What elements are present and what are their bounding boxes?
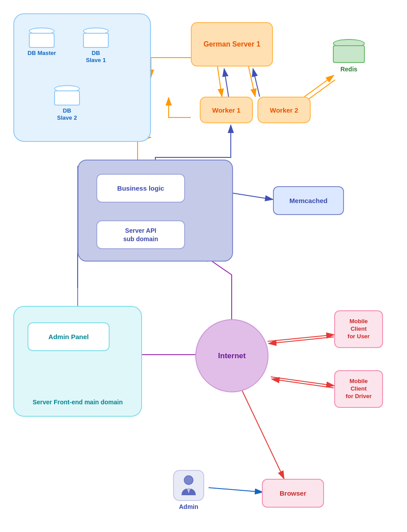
biz-logic-container: Business logic Server APIsub domain [78, 160, 233, 262]
redis-label: Redis [340, 66, 357, 73]
frontend-label: Server Front-end main domain [14, 398, 141, 407]
svg-line-19 [242, 390, 284, 479]
svg-line-10 [253, 69, 260, 97]
biz-logic-box: Business logic [96, 174, 185, 203]
biz-logic-label: Business logic [117, 184, 164, 192]
admin-person: Admin [169, 470, 209, 510]
db-slave2-node: DBSlave 2 [54, 85, 80, 121]
mobile-user-box: MobileClientfor User [334, 310, 383, 348]
svg-point-20 [184, 476, 193, 485]
admin-panel-box: Admin Panel [28, 322, 110, 351]
worker1-box: Worker 1 [200, 97, 253, 123]
frontend-container: Admin Panel Server Front-end main domain [13, 306, 142, 417]
memcached-box: Memcached [273, 186, 344, 215]
german-server-label: German Server 1 [203, 40, 260, 48]
diagram-container: DB Master DBSlave 1 DBSlave 2 German Ser… [0, 0, 407, 532]
admin-icon [173, 470, 204, 501]
memcached-label: Memcached [289, 197, 328, 204]
redis-node: Redis [333, 39, 365, 73]
server-api-label: Server APIsub domain [123, 227, 158, 243]
worker2-label: Worker 2 [270, 106, 298, 114]
admin-panel-label: Admin Panel [48, 333, 89, 340]
db-slave1-node: DBSlave 1 [83, 27, 109, 63]
svg-line-9 [224, 69, 229, 97]
german-server-box: German Server 1 [191, 22, 273, 66]
db-slave1-label: DBSlave 1 [86, 50, 106, 63]
server-api-box: Server APIsub domain [96, 220, 185, 249]
svg-line-14 [268, 335, 334, 341]
svg-line-16 [269, 337, 334, 344]
svg-line-15 [271, 377, 334, 386]
db-master-node: DB Master [28, 27, 56, 57]
browser-label: Browser [280, 489, 306, 497]
internet-label: Internet [218, 352, 245, 360]
svg-line-17 [272, 379, 334, 388]
db-master-label: DB Master [28, 50, 56, 57]
mobile-driver-box: MobileClientfor Driver [334, 370, 383, 408]
svg-line-8 [249, 66, 255, 97]
internet-circle: Internet [195, 319, 269, 392]
worker2-box: Worker 2 [257, 97, 311, 123]
db-slave2-label: DBSlave 2 [57, 107, 77, 121]
worker1-label: Worker 1 [212, 106, 241, 114]
mobile-driver-label: MobileClientfor Driver [346, 378, 372, 400]
mobile-user-label: MobileClientfor User [348, 318, 370, 340]
svg-line-7 [217, 66, 222, 97]
svg-line-18 [209, 488, 263, 492]
db-cluster: DB Master DBSlave 1 DBSlave 2 [13, 13, 151, 142]
browser-box: Browser [262, 479, 324, 508]
admin-label: Admin [179, 503, 198, 510]
